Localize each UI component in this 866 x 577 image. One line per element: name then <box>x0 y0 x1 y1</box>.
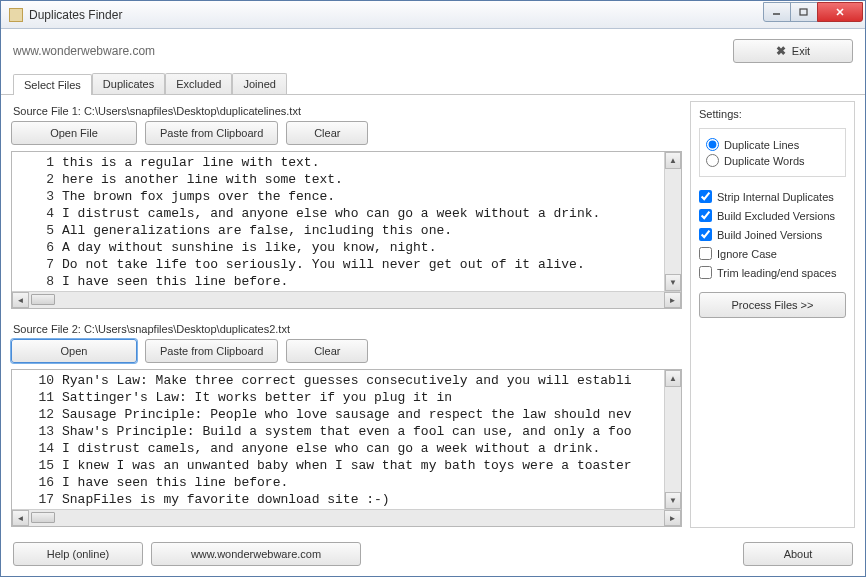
editor-2-gutter: 1011121314151617 <box>12 370 58 509</box>
website-button[interactable]: www.wonderwebware.com <box>151 542 361 566</box>
chk-build-excluded[interactable]: Build Excluded Versions <box>699 209 846 222</box>
editor-2-hscrollbar[interactable]: ◄► <box>12 509 681 526</box>
editor-2-content[interactable]: Ryan's Law: Make three correct guesses c… <box>58 370 664 509</box>
paste-clipboard-1-button[interactable]: Paste from Clipboard <box>145 121 278 145</box>
tab-excluded[interactable]: Excluded <box>165 73 232 94</box>
source-file-1-label: Source File 1: C:\Users\snapfiles\Deskto… <box>13 105 682 117</box>
paste-clipboard-2-button[interactable]: Paste from Clipboard <box>145 339 278 363</box>
help-button[interactable]: Help (online) <box>13 542 143 566</box>
editor-1-vscrollbar[interactable]: ▲▼ <box>664 152 681 291</box>
tab-joined[interactable]: Joined <box>232 73 286 94</box>
titlebar: Duplicates Finder <box>1 1 865 29</box>
chk-ignore-case[interactable]: Ignore Case <box>699 247 846 260</box>
tab-select-files[interactable]: Select Files <box>13 74 92 95</box>
maximize-button[interactable] <box>790 2 818 22</box>
settings-title: Settings: <box>699 108 846 120</box>
minimize-button[interactable] <box>763 2 791 22</box>
clear-2-button[interactable]: Clear <box>286 339 368 363</box>
clear-1-button[interactable]: Clear <box>286 121 368 145</box>
settings-panel: Settings: Duplicate Lines Duplicate Word… <box>690 101 855 528</box>
editor-1-content[interactable]: this is a regular line with text.here is… <box>58 152 664 291</box>
open-file-2-button[interactable]: Open <box>11 339 137 363</box>
tab-duplicates[interactable]: Duplicates <box>92 73 165 94</box>
header-url: www.wonderwebware.com <box>13 44 155 58</box>
app-icon <box>9 8 23 22</box>
chk-build-joined[interactable]: Build Joined Versions <box>699 228 846 241</box>
exit-button[interactable]: ✖Exit <box>733 39 853 63</box>
chk-strip-internal[interactable]: Strip Internal Duplicates <box>699 190 846 203</box>
exit-label: Exit <box>792 45 810 57</box>
open-file-1-button[interactable]: Open File <box>11 121 137 145</box>
editor-1-gutter: 12345678 <box>12 152 58 291</box>
svg-rect-1 <box>800 9 807 15</box>
tab-bar: Select Files Duplicates Excluded Joined <box>1 73 865 95</box>
window-title: Duplicates Finder <box>29 8 764 22</box>
radio-duplicate-lines[interactable]: Duplicate Lines <box>706 138 839 151</box>
editor-2-vscrollbar[interactable]: ▲▼ <box>664 370 681 509</box>
close-icon: ✖ <box>776 44 786 58</box>
process-files-button[interactable]: Process Files >> <box>699 292 846 318</box>
close-button[interactable] <box>817 2 863 22</box>
radio-duplicate-words[interactable]: Duplicate Words <box>706 154 839 167</box>
chk-trim-spaces[interactable]: Trim leading/end spaces <box>699 266 846 279</box>
about-button[interactable]: About <box>743 542 853 566</box>
editor-1-hscrollbar[interactable]: ◄► <box>12 291 681 308</box>
source-file-2-label: Source File 2: C:\Users\snapfiles\Deskto… <box>13 323 682 335</box>
